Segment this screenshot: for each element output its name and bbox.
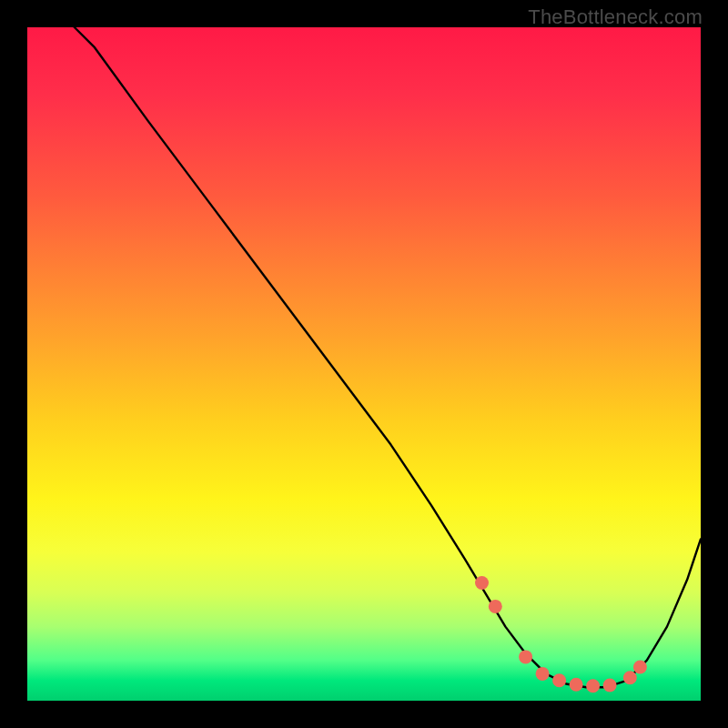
curve-marker bbox=[475, 576, 489, 590]
chart-stage: TheBottleneck.com bbox=[0, 0, 728, 728]
curve-marker bbox=[603, 679, 617, 693]
curve-marker bbox=[552, 673, 566, 687]
curve-marker bbox=[536, 667, 550, 681]
curve-marker bbox=[633, 661, 647, 674]
curve-marker bbox=[519, 650, 532, 663]
bottleneck-curve bbox=[75, 27, 701, 687]
plot-area bbox=[27, 27, 701, 701]
curve-marker bbox=[489, 600, 502, 613]
watermark-text: TheBottleneck.com bbox=[528, 5, 703, 29]
marker-group bbox=[475, 576, 647, 693]
curve-marker bbox=[570, 678, 583, 692]
curve-marker bbox=[586, 679, 600, 693]
curve-svg bbox=[27, 27, 701, 701]
curve-marker bbox=[623, 671, 637, 684]
